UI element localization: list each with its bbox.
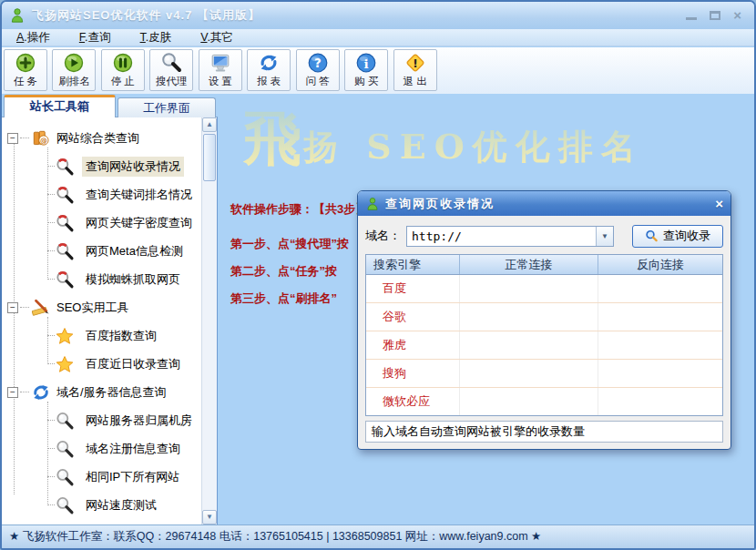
engine-name: 谷歌 bbox=[366, 303, 460, 331]
toolbar-search-proxy-button[interactable]: 搜代理 bbox=[149, 49, 193, 91]
dialog-title-bar[interactable]: 查询网页收录情况 × bbox=[358, 191, 730, 216]
tree-group-domain-server-info[interactable]: − 域名/服务器信息查询 bbox=[2, 378, 201, 406]
sidebar: − 网站综合类查询 查询网站收录情况 查询关键词排名情况 网页关键字密度查询 bbox=[2, 117, 218, 525]
toolbar-report-button[interactable]: 报 表 bbox=[247, 49, 291, 91]
chevron-down-icon[interactable]: ▼ bbox=[596, 227, 613, 246]
engine-name: 搜狗 bbox=[366, 360, 460, 387]
minimize-icon bbox=[686, 17, 697, 20]
engine-name: 微软必应 bbox=[366, 388, 460, 415]
tree-connector bbox=[20, 138, 29, 138]
menu-item-query[interactable]: F.查询 bbox=[77, 29, 122, 46]
steps-title: 软件操作步骤：【共3步】 bbox=[230, 201, 367, 218]
collapse-toggle[interactable]: − bbox=[7, 302, 18, 313]
tree-scrollbar[interactable]: ▲ ▼ bbox=[201, 117, 217, 525]
search-icon bbox=[645, 229, 659, 243]
magnifier-icon bbox=[55, 411, 75, 431]
domain-input[interactable]: http:// bbox=[407, 229, 596, 243]
engine-name: 雅虎 bbox=[366, 331, 460, 359]
normal-links-cell bbox=[460, 303, 598, 331]
tree-item-site-index-query[interactable]: 查询网站收录情况 bbox=[2, 152, 201, 180]
menu-item-operation[interactable]: A.操作 bbox=[15, 29, 61, 46]
add-task-icon bbox=[15, 52, 36, 74]
normal-links-cell bbox=[460, 331, 598, 359]
title-bar[interactable]: 飞扬网站SEO优化软件 v4.7 【试用版】 × bbox=[2, 2, 754, 29]
table-row-yahoo: 雅虎 bbox=[366, 331, 722, 360]
play-icon bbox=[63, 52, 85, 74]
tree-item-keyword-rank-query[interactable]: 查询关键词排名情况 bbox=[2, 180, 201, 209]
sync-icon bbox=[31, 382, 51, 402]
dialog-status-text: 输入域名自动查询网站被引擎的收录数量 bbox=[365, 421, 723, 443]
tree-item-site-speed-test[interactable]: 网站速度测试 bbox=[2, 491, 201, 519]
red-magnifier-icon bbox=[55, 185, 75, 205]
info-icon bbox=[355, 52, 377, 74]
toolbar-stop-button[interactable]: 停 止 bbox=[101, 49, 145, 91]
magnifier-icon bbox=[55, 495, 75, 515]
monitor-settings-icon bbox=[209, 52, 231, 74]
dialog-app-icon bbox=[365, 197, 380, 211]
table-row-bing: 微软必应 bbox=[366, 388, 722, 416]
toolbar-qa-button[interactable]: 问 答 bbox=[296, 49, 340, 91]
tree-item-domain-whois[interactable]: 域名注册信息查询 bbox=[2, 434, 201, 463]
menu-item-skin[interactable]: T.皮肤 bbox=[138, 29, 183, 46]
table-header-row: 搜索引擎 正常连接 反向连接 bbox=[366, 255, 722, 275]
sidebar-tabs: 站长工具箱 工作界面 bbox=[2, 94, 218, 117]
domain-combobox[interactable]: http:// ▼ bbox=[406, 226, 614, 247]
scroll-down-icon[interactable]: ▼ bbox=[202, 510, 217, 525]
tab-work-interface[interactable]: 工作界面 bbox=[117, 97, 216, 117]
magnifier-icon bbox=[55, 467, 75, 487]
minimize-button[interactable] bbox=[686, 8, 697, 23]
tree-item-baidu-index-query[interactable]: 百度指数查询 bbox=[2, 321, 201, 350]
step-2: 第二步、点“任务”按 bbox=[230, 258, 367, 285]
toolbar-task-button[interactable]: 任 务 bbox=[4, 49, 47, 91]
back-links-cell bbox=[598, 360, 722, 387]
query-index-dialog: 查询网页收录情况 × 域名： http:// ▼ 查询收录 搜索引擎 正常连接 bbox=[357, 190, 731, 450]
tree-connector bbox=[20, 307, 29, 308]
red-magnifier-icon bbox=[55, 241, 75, 261]
toolbar-refresh-rank-button[interactable]: 刷排名 bbox=[52, 49, 96, 91]
dialog-title: 查询网页收录情况 bbox=[385, 196, 495, 212]
toolbar-settings-button[interactable]: 设 置 bbox=[199, 49, 242, 91]
back-links-cell bbox=[598, 303, 722, 331]
instruction-steps: 软件操作步骤：【共3步】 第一步、点“搜代理”按 第二步、点“任务”按 第三步、… bbox=[230, 201, 367, 312]
dialog-close-button[interactable]: × bbox=[715, 196, 723, 211]
tree-group-seo-tools[interactable]: − SEO实用工具 bbox=[2, 293, 201, 321]
collapse-toggle[interactable]: − bbox=[7, 387, 18, 398]
status-bar: ★ 飞扬软件工作室：联系QQ：29674148 电话：13765105415 |… bbox=[2, 525, 754, 548]
maximize-button[interactable] bbox=[710, 8, 720, 23]
report-sync-icon bbox=[258, 52, 280, 74]
window-title: 飞扬网站SEO优化软件 v4.7 【试用版】 bbox=[32, 7, 261, 24]
scrollbar-thumb[interactable] bbox=[203, 134, 216, 181]
red-magnifier-icon bbox=[55, 213, 75, 233]
toolbar: 任 务 刷排名 停 止 搜代理 设 置 报 表 问 答 购 买 退 出 bbox=[2, 47, 754, 94]
star-icon bbox=[55, 326, 75, 346]
results-table: 搜索引擎 正常连接 反向连接 百度 谷歌 雅虎 bbox=[365, 254, 723, 416]
step-1: 第一步、点“搜代理”按 bbox=[230, 230, 367, 258]
tree-item-server-datacenter[interactable]: 网站服务器归属机房 bbox=[2, 406, 201, 434]
toolbar-exit-button[interactable]: 退 出 bbox=[393, 49, 437, 91]
red-magnifier-icon bbox=[55, 270, 75, 290]
scroll-up-icon[interactable]: ▲ bbox=[202, 117, 217, 132]
toolbar-buy-button[interactable]: 购 买 bbox=[344, 49, 388, 91]
app-logo-icon bbox=[9, 7, 26, 24]
collapse-toggle[interactable]: − bbox=[7, 133, 18, 144]
menu-bar: A.操作 F.查询 T.皮肤 V.其它 bbox=[2, 29, 754, 46]
menu-item-other[interactable]: V.其它 bbox=[199, 29, 244, 46]
tree-item-same-ip-sites[interactable]: 相同IP下所有网站 bbox=[2, 463, 201, 491]
star-icon bbox=[55, 354, 75, 374]
search-proxy-icon bbox=[160, 52, 182, 74]
tree-item-baidu-recent-index[interactable]: 百度近日收录查询 bbox=[2, 350, 201, 378]
tree-item-keyword-density-query[interactable]: 网页关键字密度查询 bbox=[2, 209, 201, 237]
pause-icon bbox=[112, 52, 134, 74]
back-links-cell bbox=[598, 275, 722, 302]
column-header-normal-links: 正常连接 bbox=[460, 255, 598, 274]
tree-item-meta-info-check[interactable]: 网页Meta信息检测 bbox=[2, 237, 201, 265]
red-magnifier-icon bbox=[55, 157, 75, 177]
query-index-button[interactable]: 查询收录 bbox=[632, 225, 723, 248]
tree-group-site-query[interactable]: − 网站综合类查询 bbox=[2, 124, 201, 152]
table-row-baidu: 百度 bbox=[366, 275, 722, 303]
tree-item-spider-simulate[interactable]: 模拟蜘蛛抓取网页 bbox=[2, 265, 201, 293]
close-button[interactable]: × bbox=[733, 8, 741, 23]
tab-webmaster-toolbox[interactable]: 站长工具箱 bbox=[4, 95, 116, 117]
tool-tree: − 网站综合类查询 查询网站收录情况 查询关键词排名情况 网页关键字密度查询 bbox=[2, 117, 201, 525]
exit-warning-icon bbox=[404, 52, 426, 74]
